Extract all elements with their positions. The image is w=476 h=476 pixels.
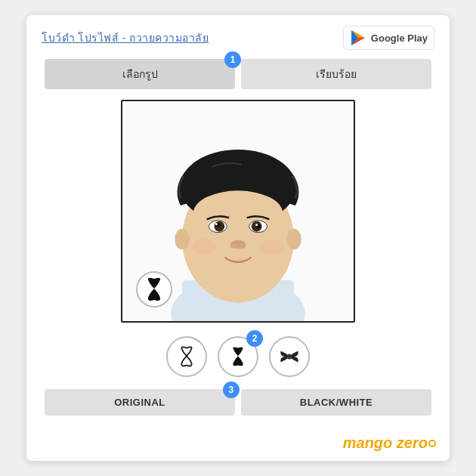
sticker-ribbon2-badge: 2 <box>246 330 263 347</box>
bow-icon <box>279 346 300 367</box>
bw-button[interactable]: BLACK/WHITE <box>241 389 431 416</box>
watermark-text: mango zero <box>343 434 428 452</box>
tab-bar: เลือกรูป 1 เรียบร้อย <box>42 59 434 89</box>
tab-arrange[interactable]: เรียบร้อย <box>241 59 431 89</box>
svg-point-21 <box>230 242 236 248</box>
svg-point-19 <box>255 224 258 226</box>
ribbon1-icon <box>176 346 197 367</box>
ribbon2-icon <box>227 346 249 367</box>
svg-point-23 <box>193 239 217 254</box>
page-title: โบว์ดำ โปรไฟส์ - ถวายความอาลัย <box>42 29 209 46</box>
svg-point-22 <box>240 242 246 248</box>
google-play-button[interactable]: Google Play <box>343 26 434 50</box>
svg-point-15 <box>215 223 218 225</box>
sticker-bow[interactable] <box>269 336 310 377</box>
watermark-circle <box>428 440 436 447</box>
tab-select[interactable]: เลือกรูป 1 <box>45 59 235 89</box>
original-badge: 3 <box>223 382 240 398</box>
ribbon-icon-overlay <box>144 277 165 302</box>
svg-point-27 <box>287 354 292 360</box>
google-play-label: Google Play <box>371 32 428 44</box>
sticker-row: 2 <box>166 336 310 377</box>
sticker-ribbon1[interactable] <box>166 336 207 377</box>
main-card: โบว์ดำ โปรไฟส์ - ถวายความอาลัย Google Pl… <box>26 15 450 461</box>
original-button[interactable]: ORIGINAL 3 <box>45 389 235 416</box>
sticker-ribbon2[interactable]: 2 <box>218 336 258 377</box>
mode-button-row: ORIGINAL 3 BLACK/WHITE <box>42 389 434 416</box>
svg-point-11 <box>193 190 283 235</box>
avatar-canvas <box>121 100 355 323</box>
svg-point-25 <box>175 229 190 250</box>
tab-select-badge: 1 <box>224 51 241 68</box>
svg-point-26 <box>286 229 301 250</box>
watermark: mango zero <box>343 434 436 452</box>
svg-point-24 <box>260 239 284 254</box>
google-play-icon <box>350 29 366 46</box>
header: โบว์ดำ โปรไฟส์ - ถวายความอาลัย Google Pl… <box>42 26 434 50</box>
ribbon-overlay <box>136 271 172 308</box>
